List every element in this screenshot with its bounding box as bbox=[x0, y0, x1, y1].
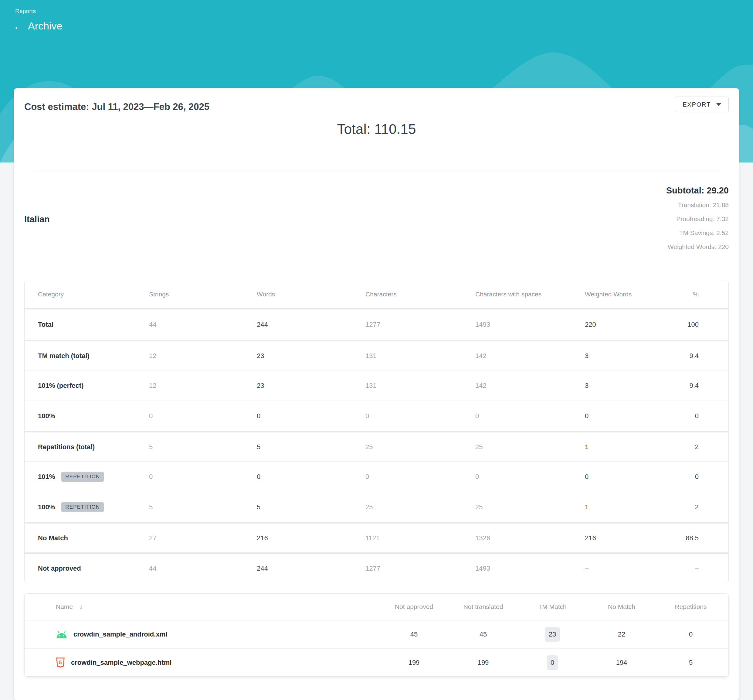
cell-characters-with-spaces: 1493 bbox=[475, 564, 585, 572]
cell-weighted-words: 3 bbox=[585, 352, 671, 360]
cell-strings: 12 bbox=[149, 382, 257, 390]
row-category: No Match bbox=[38, 534, 149, 542]
cell-words: 244 bbox=[257, 564, 365, 572]
col-header-not-approved[interactable]: Not approved bbox=[379, 603, 449, 610]
cell-tm-match: 23 bbox=[518, 627, 587, 642]
language-subtotal: Subtotal: 29.20 bbox=[24, 186, 729, 195]
cell-strings: 5 bbox=[149, 503, 257, 511]
cell-characters-with-spaces: 0 bbox=[475, 473, 585, 481]
col-header-percent: % bbox=[671, 291, 698, 298]
subtotal-details: Translation: 21.88 Proofreading: 7.32 TM… bbox=[24, 198, 729, 254]
tm-match-pill: 23 bbox=[545, 627, 560, 642]
cell-weighted-words: 1 bbox=[585, 443, 671, 451]
report-card: Cost estimate: Jul 11, 2023—Feb 26, 2025… bbox=[14, 88, 739, 700]
cell-strings: 44 bbox=[149, 321, 257, 328]
files-table: Name ↓ Not approved Not translated TM Ma… bbox=[24, 594, 729, 677]
cell-percent: 100 bbox=[671, 321, 698, 328]
cell-characters: 131 bbox=[365, 352, 475, 360]
cell-weighted-words: 0 bbox=[585, 412, 671, 420]
language-section: Subtotal: 29.20 Translation: 21.88 Proof… bbox=[14, 170, 739, 254]
svg-text:5: 5 bbox=[59, 659, 62, 665]
export-button-label: EXPORT bbox=[683, 101, 711, 108]
grand-total: Total: 110.15 bbox=[24, 121, 729, 137]
subtotal-translation: Translation: 21.88 bbox=[24, 198, 729, 212]
cell-strings: 5 bbox=[149, 443, 257, 451]
row-category: 100% bbox=[38, 412, 149, 420]
cell-characters: 1277 bbox=[365, 564, 475, 572]
cell-not-translated: 199 bbox=[449, 659, 518, 667]
name-header-label: Name bbox=[56, 603, 73, 610]
cell-weighted-words: 3 bbox=[585, 382, 671, 390]
cell-characters-with-spaces: 142 bbox=[475, 352, 585, 360]
cell-percent: 2 bbox=[671, 443, 698, 451]
col-header-weighted-words: Weighted Words bbox=[585, 291, 671, 298]
breadcrumb[interactable]: Reports bbox=[15, 8, 36, 14]
col-header-category: Category bbox=[38, 291, 149, 298]
file-row[interactable]: crowdin_sample_android.xml 45 45 23 22 0 bbox=[25, 620, 728, 648]
cell-percent: 9.4 bbox=[671, 352, 698, 360]
report-header: Cost estimate: Jul 11, 2023—Feb 26, 2025… bbox=[14, 88, 739, 170]
cell-percent: 88.5 bbox=[671, 534, 698, 542]
file-name[interactable]: crowdin_sample_android.xml bbox=[73, 630, 167, 638]
cell-no-match: 194 bbox=[587, 659, 656, 667]
language-name: Italian bbox=[24, 214, 50, 224]
row-category: TM match (total) bbox=[38, 352, 149, 360]
row-category: 100% REPETITION bbox=[38, 502, 149, 512]
cell-strings: 44 bbox=[149, 564, 257, 572]
repetition-badge: REPETITION bbox=[61, 502, 104, 512]
cell-weighted-words: – bbox=[585, 564, 671, 572]
col-header-name[interactable]: Name ↓ bbox=[56, 603, 379, 611]
cell-characters: 1277 bbox=[365, 321, 475, 328]
cell-characters: 0 bbox=[365, 412, 475, 420]
arrow-left-icon[interactable]: ← bbox=[13, 21, 23, 31]
subtotal-weighted-words: Weighted Words: 220 bbox=[24, 240, 729, 254]
tm-match-pill: 0 bbox=[547, 655, 558, 670]
page-title: Archive bbox=[28, 20, 62, 32]
row-category: Not approved bbox=[38, 564, 149, 572]
arrow-down-icon[interactable]: ↓ bbox=[80, 603, 83, 611]
cell-words: 23 bbox=[257, 382, 365, 390]
cell-words: 5 bbox=[257, 443, 365, 451]
table-row: 101% REPETITION 0 0 0 0 0 0 bbox=[25, 461, 728, 492]
cell-percent: 2 bbox=[671, 503, 698, 511]
table-row: Total 44 244 1277 1493 220 100 bbox=[25, 309, 728, 340]
file-name[interactable]: crowdin_sample_webpage.html bbox=[71, 659, 171, 667]
cell-words: 0 bbox=[257, 412, 365, 420]
col-header-no-match[interactable]: No Match bbox=[587, 603, 656, 610]
table-row: 100% REPETITION 5 5 25 25 1 2 bbox=[25, 492, 728, 522]
table-row: No Match 27 216 1121 1326 216 88.5 bbox=[25, 522, 728, 552]
cell-words: 216 bbox=[257, 534, 365, 542]
cell-not-approved: 45 bbox=[379, 630, 449, 638]
cell-not-translated: 45 bbox=[449, 630, 518, 638]
cell-no-match: 22 bbox=[587, 630, 656, 638]
cell-words: 23 bbox=[257, 352, 365, 360]
col-header-strings: Strings bbox=[149, 291, 257, 298]
cell-percent: 0 bbox=[671, 412, 698, 420]
cell-weighted-words: 220 bbox=[585, 321, 671, 328]
row-category: Repetitions (total) bbox=[38, 443, 149, 451]
cost-table: Category Strings Words Characters Charac… bbox=[24, 280, 729, 583]
export-button[interactable]: EXPORT bbox=[675, 97, 729, 112]
cell-weighted-words: 1 bbox=[585, 503, 671, 511]
table-row: TM match (total) 12 23 131 142 3 9.4 bbox=[25, 340, 728, 370]
row-category: 101% REPETITION bbox=[38, 472, 149, 482]
cell-characters-with-spaces: 0 bbox=[475, 412, 585, 420]
android-file-icon bbox=[56, 630, 67, 639]
cell-tm-match: 0 bbox=[518, 655, 587, 670]
cell-percent: – bbox=[671, 564, 698, 572]
repetition-badge: REPETITION bbox=[61, 472, 104, 482]
table-row: 101% (perfect) 12 23 131 142 3 9.4 bbox=[25, 370, 728, 400]
col-header-not-translated[interactable]: Not translated bbox=[449, 603, 518, 610]
cell-strings: 0 bbox=[149, 412, 257, 420]
cell-strings: 0 bbox=[149, 473, 257, 481]
html5-file-icon: 5 bbox=[56, 658, 65, 668]
col-header-tm-match[interactable]: TM Match bbox=[518, 603, 587, 610]
cell-words: 244 bbox=[257, 321, 365, 328]
cell-percent: 0 bbox=[671, 473, 698, 481]
file-row[interactable]: 5 crowdin_sample_webpage.html 199 199 0 … bbox=[25, 648, 728, 676]
table-row: Repetitions (total) 5 5 25 25 1 2 bbox=[25, 431, 728, 461]
cell-not-approved: 199 bbox=[379, 659, 449, 667]
cell-words: 0 bbox=[257, 473, 365, 481]
col-header-repetitions[interactable]: Repetitions bbox=[656, 603, 725, 610]
cell-characters: 1121 bbox=[365, 534, 475, 542]
